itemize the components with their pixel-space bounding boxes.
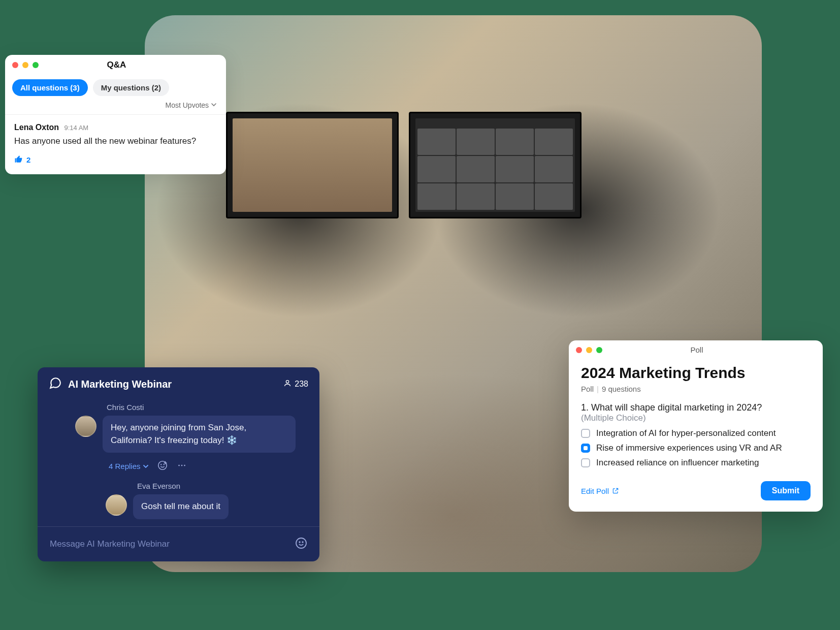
qa-panel: Q&A All questions (3) My questions (2) M… (5, 55, 226, 174)
svg-point-5 (181, 465, 182, 466)
poll-question: 1. What will shape digital marketing in … (581, 402, 811, 413)
message-input[interactable] (50, 539, 289, 549)
poll-window-title: Poll (602, 345, 791, 354)
svg-point-9 (302, 542, 303, 543)
submit-button[interactable]: Submit (761, 481, 811, 500)
person-icon (283, 379, 292, 389)
chevron-down-icon (143, 463, 149, 469)
qa-title: Q&A (39, 60, 195, 70)
qa-author: Lena Oxton (14, 123, 59, 132)
checkbox-icon (581, 458, 590, 467)
count-value: 238 (295, 380, 308, 389)
poll-title: 2024 Marketing Trends (581, 364, 811, 382)
close-icon[interactable] (576, 347, 582, 353)
edit-poll-link[interactable]: Edit Poll (581, 487, 619, 495)
maximize-icon[interactable] (596, 347, 602, 353)
qa-time: 9:14 AM (64, 124, 88, 132)
chevron-down-icon (211, 101, 217, 109)
minimize-icon[interactable] (22, 62, 28, 68)
window-controls[interactable] (12, 62, 39, 68)
svg-point-4 (178, 465, 180, 466)
replies-link[interactable]: 4 Replies (109, 462, 149, 470)
tab-all-questions[interactable]: All questions (3) (12, 79, 88, 96)
emoji-button[interactable] (295, 537, 307, 551)
upvote-button[interactable]: 2 (14, 154, 217, 165)
minimize-icon[interactable] (586, 347, 592, 353)
poll-option-2[interactable]: Rise of immersive experiences using VR a… (581, 443, 811, 453)
poll-subtitle: Poll|9 questions (581, 385, 811, 393)
poll-titlebar: Poll (569, 340, 823, 359)
poll-panel: Poll 2024 Marketing Trends Poll|9 questi… (569, 340, 823, 512)
sort-dropdown[interactable]: Most Upvotes (5, 101, 226, 114)
chat-icon (49, 376, 62, 392)
tab-my-questions[interactable]: My questions (2) (93, 79, 169, 96)
close-icon[interactable] (12, 62, 18, 68)
message-row: Hey, anyone joining from San Jose, Calif… (48, 414, 309, 455)
svg-point-7 (296, 538, 306, 548)
message-author: Chris Costi (48, 403, 309, 412)
message-actions: 4 Replies (48, 455, 309, 480)
chat-title: AI Marketing Webinar (68, 379, 277, 390)
poll-hint: (Multiple Choice) (581, 413, 811, 423)
poll-options: Integration of AI for hyper-personalized… (581, 428, 811, 468)
svg-point-0 (286, 381, 289, 383)
wall-screen-right (409, 112, 581, 218)
thumbs-up-icon (14, 154, 23, 165)
chat-header: AI Marketing Webinar 238 (38, 367, 319, 401)
qa-tabs: All questions (3) My questions (2) (5, 75, 226, 101)
message-bubble: Hey, anyone joining from San Jose, Calif… (103, 416, 296, 453)
svg-point-8 (299, 542, 300, 543)
reply-row: Gosh tell me about it (78, 492, 309, 521)
wall-screen-left (226, 112, 399, 218)
chat-panel: AI Marketing Webinar 238 Chris Costi Hey… (38, 367, 319, 561)
qa-question: Lena Oxton 9:14 AM Has anyone used all t… (5, 114, 226, 174)
reply-author: Eva Everson (78, 482, 309, 490)
poll-option-1[interactable]: Integration of AI for hyper-personalized… (581, 428, 811, 438)
svg-point-2 (160, 464, 161, 465)
participant-count[interactable]: 238 (283, 379, 308, 389)
qa-text: Has anyone used all the new webinar feat… (14, 135, 217, 147)
avatar[interactable] (106, 494, 127, 516)
avatar[interactable] (75, 416, 96, 437)
poll-option-3[interactable]: Increased reliance on influencer marketi… (581, 458, 811, 468)
svg-point-6 (184, 465, 185, 466)
external-link-icon (612, 487, 619, 494)
qa-titlebar: Q&A (5, 55, 226, 75)
chat-input-row (38, 526, 319, 561)
reply-bubble: Gosh tell me about it (133, 494, 229, 519)
sort-label: Most Upvotes (166, 101, 209, 109)
window-controls[interactable] (576, 347, 602, 353)
checkbox-icon (581, 429, 590, 438)
maximize-icon[interactable] (33, 62, 39, 68)
upvote-count: 2 (26, 155, 30, 164)
add-reaction-button[interactable] (157, 460, 168, 472)
checkbox-checked-icon (581, 444, 590, 453)
more-options-button[interactable] (176, 460, 187, 472)
svg-point-3 (164, 464, 164, 465)
